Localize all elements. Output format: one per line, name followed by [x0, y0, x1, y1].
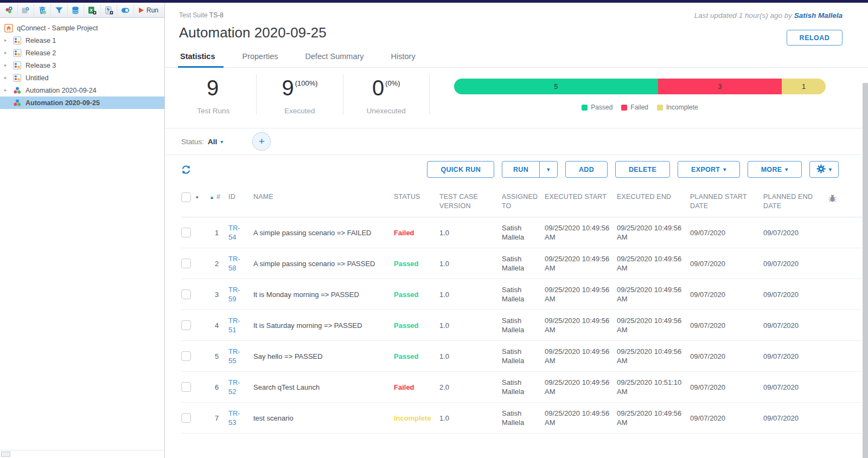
new-test-suite-icon[interactable]	[1, 4, 18, 17]
settings-button[interactable]: ▾	[809, 161, 839, 178]
table-row[interactable]: 1 TR-54 A simple passing scenario => FAI…	[181, 217, 868, 248]
tab-defect-summary[interactable]: Defect Summary	[304, 52, 365, 67]
sidebar-item-release-3[interactable]: ▸ Release 3	[0, 59, 164, 72]
col-name[interactable]: NAME	[253, 192, 394, 202]
chevron-down-icon[interactable]: ▾	[220, 139, 223, 145]
legend-incomplete: Incomplete	[657, 104, 698, 111]
col-assigned-to[interactable]: ASSIGNED TO	[502, 192, 545, 211]
test-run-name: It is Saturday morning => PASSED	[253, 321, 394, 330]
status-badge: Failed	[394, 383, 439, 392]
sidebar-hscrollbar[interactable]	[0, 450, 164, 458]
col-executed-end[interactable]: EXECUTED END	[617, 192, 690, 202]
row-checkbox[interactable]	[181, 259, 191, 268]
expander-icon[interactable]: ▸	[4, 38, 9, 43]
sidebar-item-automation-2020-09-24[interactable]: ▸ Automation 2020-09-24	[0, 84, 164, 96]
delete-recycle-icon[interactable]	[34, 4, 51, 17]
run-action-button[interactable]: RUN	[502, 162, 540, 177]
add-filter-button[interactable]: +	[252, 132, 271, 151]
test-run-name: A simple passing scenario => FAILED	[253, 228, 394, 237]
test-run-id-link[interactable]: TR-52	[228, 378, 253, 396]
expander-icon[interactable]: ▸	[4, 63, 9, 68]
row-checkbox[interactable]	[181, 413, 191, 423]
add-button[interactable]: ADD	[565, 161, 608, 178]
status-badge: Passed	[394, 259, 439, 268]
test-case-version: 1.0	[439, 290, 502, 299]
hscroll-thumb[interactable]	[1, 451, 10, 457]
legend-swatch	[621, 105, 627, 111]
sort-asc-icon[interactable]: ▲	[209, 195, 214, 200]
release-icon	[13, 36, 22, 45]
col-status[interactable]: STATUS	[394, 192, 439, 202]
vertical-scrollbar[interactable]	[863, 83, 868, 458]
run-button[interactable]: Run	[134, 4, 163, 17]
stat-executed: 9(100%) Executed	[257, 74, 343, 115]
table-row[interactable]: 2 TR-58 A simple passing scenario => PAS…	[181, 248, 868, 279]
sidebar-item-untitled[interactable]: ▸ Untitled	[0, 72, 164, 84]
status-filter-value[interactable]: All	[208, 138, 217, 146]
run-dropdown-caret[interactable]: ▾	[540, 162, 557, 177]
data-query-icon[interactable]	[68, 4, 85, 17]
project-tree: qConnect - Sample Project ▸ Release 1 ▸ …	[0, 18, 164, 450]
reload-button[interactable]: RELOAD	[787, 30, 843, 46]
test-run-id-link[interactable]: TR-58	[228, 254, 253, 273]
col-test-case-version[interactable]: TEST CASE VERSION	[439, 192, 502, 211]
col-num[interactable]: #	[216, 193, 220, 201]
export-button[interactable]: EXPORT▾	[678, 161, 740, 178]
test-case-version: 2.0	[439, 383, 502, 392]
expander-icon[interactable]: ▸	[4, 88, 9, 93]
test-run-id-link[interactable]: TR-55	[228, 347, 253, 365]
col-planned-start-date[interactable]: PLANNED START DATE	[690, 192, 763, 211]
last-updated-user[interactable]: Satish Mallela	[794, 11, 843, 20]
new-page-icon[interactable]	[18, 4, 35, 17]
tab-history[interactable]: History	[390, 52, 417, 67]
expander-icon[interactable]: ▸	[4, 75, 9, 80]
table-row[interactable]: 4 TR-51 It is Saturday morning => PASSED…	[181, 310, 868, 341]
test-run-id-link[interactable]: TR-59	[228, 285, 253, 304]
test-run-id-link[interactable]: TR-51	[228, 316, 253, 334]
test-run-id-link[interactable]: TR-53	[228, 409, 253, 427]
more-button[interactable]: MORE▾	[748, 161, 802, 178]
row-number: 2	[209, 259, 228, 268]
assigned-to: Satish Mallela	[502, 254, 545, 273]
toggle-view-icon[interactable]	[117, 4, 134, 17]
executed-end: 09/25/2020 10:51:10 AM	[617, 378, 690, 396]
select-all-checkbox[interactable]	[181, 192, 191, 202]
refresh-icon[interactable]	[181, 165, 191, 175]
row-checkbox[interactable]	[181, 351, 191, 361]
defects-column-header[interactable]	[823, 192, 847, 205]
tree-project-root[interactable]: qConnect - Sample Project	[0, 22, 164, 34]
col-executed-start[interactable]: EXECUTED START	[545, 192, 617, 202]
col-id[interactable]: ID	[228, 192, 253, 202]
export-excel-icon[interactable]: X	[84, 4, 101, 17]
test-run-id-link[interactable]: TR-54	[228, 223, 253, 242]
table-row[interactable]: 7 TR-53 test scenario Incomplete 1.0 Sat…	[181, 403, 868, 434]
tree-item-label: Automation 2020-09-24	[25, 87, 97, 94]
sidebar-item-release-2[interactable]: ▸ Release 2	[0, 47, 164, 59]
quick-run-button[interactable]: QUICK RUN	[427, 161, 494, 178]
sidebar-item-release-1[interactable]: ▸ Release 1	[0, 34, 164, 47]
tab-statistics[interactable]: Statistics	[179, 52, 216, 67]
row-checkbox[interactable]	[181, 382, 191, 392]
sidebar-item-automation-2020-09-25[interactable]: ▸ Automation 2020-09-25	[0, 96, 164, 109]
select-dropdown-caret[interactable]: ▾	[196, 193, 199, 202]
delete-button[interactable]: DELETE	[615, 161, 670, 178]
legend-label: Passed	[591, 104, 612, 111]
breadcrumb-id: TS-8	[209, 11, 224, 19]
planned-start-date: 09/07/2020	[690, 414, 763, 423]
tree-item-label: Release 3	[25, 62, 56, 69]
col-planned-end-date[interactable]: PLANNED END DATE	[763, 192, 823, 211]
release-icon	[13, 61, 22, 70]
expander-icon[interactable]: ▸	[4, 50, 9, 55]
more-label: MORE	[761, 166, 782, 173]
table-row[interactable]: 6 TR-52 Search qTest Launch Failed 2.0 S…	[181, 372, 868, 403]
row-checkbox[interactable]	[181, 320, 191, 330]
row-checkbox[interactable]	[181, 289, 191, 299]
legend-passed: Passed	[582, 104, 612, 111]
tab-properties[interactable]: Properties	[241, 52, 279, 67]
row-checkbox[interactable]	[181, 228, 191, 237]
report-icon[interactable]	[101, 4, 118, 17]
filter-icon[interactable]	[51, 4, 68, 17]
table-row[interactable]: 5 TR-55 Say hello => PASSED Passed 1.0 S…	[181, 341, 868, 372]
table-row[interactable]: 3 TR-59 It is Monday morning => PASSED P…	[181, 279, 868, 310]
last-updated: Last updated 1 hour(s) ago by Satish Mal…	[694, 11, 843, 20]
